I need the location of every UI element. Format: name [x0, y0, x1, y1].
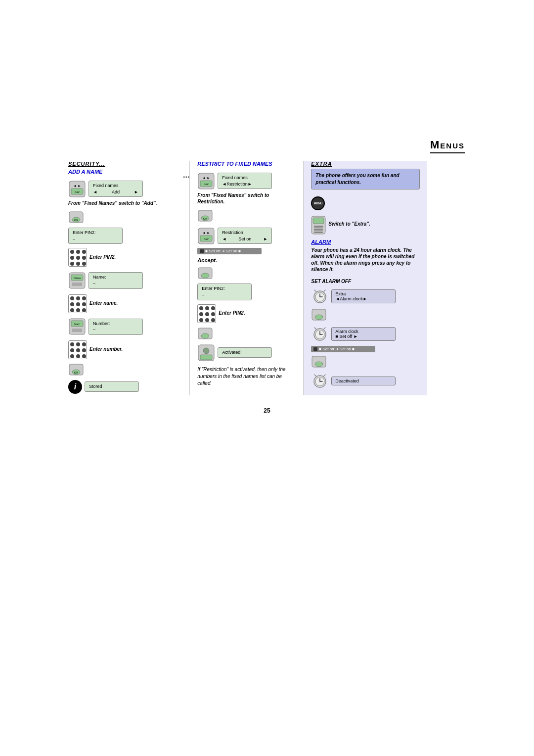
restrict-nav-bar: ■ Set off ➜ Set on ■ [197, 248, 262, 254]
alarm-icon-1 [311, 287, 329, 305]
phone-confirm-icon-5 [197, 327, 213, 341]
svg-line-46 [324, 290, 325, 291]
keypad-label-2: Enter name. [89, 300, 118, 306]
info-icon: i [68, 380, 82, 394]
svg-rect-40 [314, 232, 323, 233]
phone-switch-icon [311, 216, 326, 235]
keypad-icon-1 [68, 248, 87, 267]
restrict-display-1: Fixed names ◄Restriction► [218, 173, 272, 189]
security-display-1: Fixed names ◄ Add ► [89, 181, 143, 197]
restrict-column: RESTRICT TO FIXED NAMES ◄ ► nav Fixed na… [189, 161, 303, 395]
restrict-keypad-label: Enter PIN2. [219, 310, 245, 316]
svg-rect-37 [313, 218, 324, 224]
svg-text:OK: OK [203, 217, 208, 220]
svg-text:◄ ►: ◄ ► [73, 184, 81, 188]
svg-text:nav: nav [204, 237, 209, 240]
security-step-number: Enter number. [68, 339, 123, 360]
restrict-italic-desc: If "Restriction" is activated, then only… [197, 366, 296, 387]
restrict-step-pin2: Enter PIN2. [197, 303, 245, 324]
svg-rect-35 [200, 355, 212, 360]
add-name-title: ADD A NAME [68, 169, 102, 175]
security-display-4: Number: – [89, 319, 143, 335]
keypad-icon-2 [68, 294, 87, 313]
menu-button-row: MENU [311, 194, 325, 212]
security-display-5: Stored [85, 381, 139, 392]
phone-nav-icon-3: ◄ ► nav [197, 227, 215, 245]
svg-rect-10 [72, 283, 82, 286]
extra-alarm-step3: Deactivated [311, 372, 396, 390]
page-title: Menus [430, 139, 465, 153]
phone-confirm-icon-6 [311, 308, 327, 322]
svg-line-45 [314, 290, 316, 291]
security-step-stored: i Stored [68, 380, 139, 394]
keypad-label-3: Enter number. [89, 346, 123, 352]
phone-confirm-icon-3: OK [197, 209, 213, 223]
alarm-section-title: ALARM [311, 239, 331, 245]
page-wrapper: Menus Security... ADD A NAME ◄ ► nav Fix… [0, 0, 534, 756]
security-step4: Num Number: – [68, 317, 143, 336]
svg-line-54 [324, 328, 325, 329]
svg-text:Num: Num [74, 323, 80, 326]
page-number: 25 [264, 407, 270, 414]
security-column: Security... ADD A NAME ◄ ► nav Fixed nam… [64, 161, 183, 395]
phone-nav-icon-1: ◄ ► nav [68, 180, 86, 198]
svg-text:nav: nav [75, 190, 80, 193]
svg-point-32 [201, 333, 209, 338]
security-step1: ◄ ► nav Fixed names ◄ Add ► [68, 179, 143, 198]
phone-confirm-icon-7 [311, 355, 327, 369]
dots-separator: ... [183, 161, 189, 395]
restrict-step2: ◄ ► nav Restriction ◄ Set on ► [197, 226, 272, 245]
security-display-3: Name: – [89, 272, 143, 288]
security-step-pin2: Enter PIN2. [68, 247, 116, 268]
keypad-label-1: Enter PIN2. [89, 254, 116, 260]
restrict-step-activated: Activated: [197, 344, 272, 362]
svg-rect-14 [72, 329, 82, 332]
phone-number-icon: Num [68, 318, 86, 335]
extra-display-3: Deactivated [331, 377, 396, 385]
svg-rect-39 [314, 229, 323, 231]
extra-column: Extra The phone offers you some fun and … [303, 161, 427, 395]
security-step-name: Enter name. [68, 293, 118, 314]
phone-activated-icon [197, 344, 215, 362]
security-step3: Name Name: – [68, 271, 143, 290]
svg-line-62 [324, 375, 325, 376]
extra-desc-box: The phone offers you some fun and practi… [311, 169, 420, 189]
svg-rect-38 [314, 226, 323, 228]
svg-point-34 [203, 348, 209, 354]
svg-text:◄ ►: ◄ ► [202, 176, 210, 180]
security-header: Security... [68, 161, 105, 167]
restrict-instr1: From "Fixed Names" switch to Restriction… [197, 192, 286, 205]
restrict-display-3: Enter PIN2: – [197, 284, 252, 300]
restrict-display-activated: Activated: [218, 347, 272, 358]
restrict-accept: Accept. [197, 257, 217, 263]
set-alarm-title: SET ALARM OFF [311, 279, 351, 284]
menu-button-icon: MENU [311, 196, 325, 210]
svg-text:◄ ►: ◄ ► [202, 231, 210, 235]
alarm-icon-3 [311, 372, 329, 390]
phone-confirm-icon-1: OK [68, 211, 84, 225]
phone-nav-icon-2: ◄ ► nav [197, 172, 215, 190]
svg-point-30 [201, 273, 209, 278]
extra-alarm-step1: Extra ◄Alarm clock► [311, 287, 396, 305]
phone-name-icon: Name [68, 272, 86, 289]
phone-confirm-icon-2: OK [68, 363, 84, 377]
extra-nav-bar: ■ Set off ➜ Set on ■ [311, 346, 375, 352]
keypad-icon-4 [197, 304, 216, 323]
menus-title-area: Menus [430, 139, 465, 153]
security-display-2: Enter PIN2: – [68, 228, 123, 244]
main-content: Security... ADD A NAME ◄ ► nav Fixed nam… [64, 161, 470, 395]
svg-line-61 [314, 375, 316, 376]
svg-text:OK: OK [74, 371, 79, 374]
restrict-title: RESTRICT TO FIXED NAMES [197, 161, 272, 167]
extra-display-2: Alarm clock ■ Set off ► [331, 327, 396, 341]
restrict-display-2: Restriction ◄ Set on ► [218, 228, 272, 244]
restrict-step1: ◄ ► nav Fixed names ◄Restriction► [197, 171, 272, 190]
svg-point-48 [315, 315, 323, 320]
alarm-icon-2 [311, 325, 329, 343]
extra-display-1: Extra ◄Alarm clock► [331, 289, 396, 303]
svg-text:nav: nav [204, 183, 209, 186]
security-instr1: From "Fixed Names" switch to "Add". [68, 200, 157, 206]
svg-text:Name: Name [74, 277, 81, 280]
extra-switch-row: Switch to "Extra". [311, 216, 370, 235]
extra-alarm-step2: Alarm clock ■ Set off ► [311, 325, 396, 343]
